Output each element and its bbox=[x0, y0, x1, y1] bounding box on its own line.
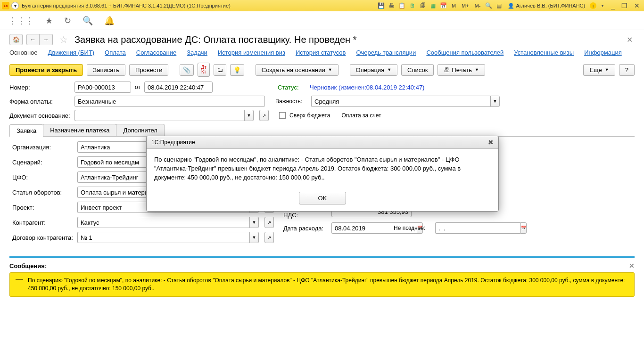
modal-dialog: 1С:Предприятие ✖ По сценарию "Годовой по… bbox=[146, 136, 499, 212]
modal-titlebar: 1С:Предприятие ✖ bbox=[147, 136, 498, 149]
modal-title: 1С:Предприятие bbox=[151, 139, 195, 146]
modal-body: По сценарию "Годовой по месяцам", по ана… bbox=[147, 149, 498, 189]
modal-ok-button[interactable]: OK bbox=[299, 192, 347, 204]
modal-close-button[interactable]: ✖ bbox=[488, 139, 494, 146]
modal-footer: OK bbox=[147, 189, 498, 211]
modal-overlay: 1С:Предприятие ✖ По сценарию "Годовой по… bbox=[0, 0, 644, 343]
